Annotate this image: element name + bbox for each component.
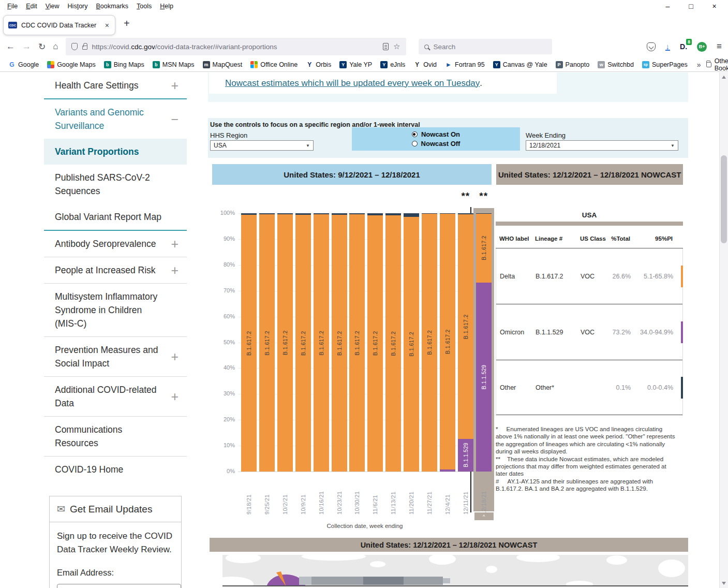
bar-segment-other[interactable] xyxy=(332,213,347,215)
bookmark-google-maps[interactable]: Google Maps xyxy=(43,60,99,70)
scrollbar-down-arrow-icon[interactable] xyxy=(722,582,726,585)
bookmarks-overflow-chevron-icon[interactable]: » xyxy=(692,61,706,69)
bar-segment-b-1-617-2[interactable]: B.1.617.2 xyxy=(422,214,437,472)
url-bar[interactable]: https://covid.cdc.gov/covid-data-tracker… xyxy=(66,38,406,55)
menu-view[interactable]: View xyxy=(41,1,64,12)
reader-mode-icon[interactable] xyxy=(383,43,389,50)
sidebar-item-covid-19-home[interactable]: COVID-19 Home xyxy=(44,457,187,482)
expand-plus-icon[interactable]: + xyxy=(171,263,179,277)
bar-segment-b-1-617-2[interactable]: B.1.617.2 xyxy=(241,215,257,472)
bar-segment-other[interactable] xyxy=(295,213,311,215)
bookmark-ejnls[interactable]: YeJnls xyxy=(376,60,409,70)
chart-scroll-up-button[interactable]: ^ xyxy=(474,512,494,520)
sidebar-item-prevention-measures-and-social-impact[interactable]: Prevention Measures and Social Impact+ xyxy=(44,337,187,376)
maximize-button[interactable]: □ xyxy=(679,0,703,14)
bookmark-bing-maps[interactable]: bBing Maps xyxy=(100,60,148,70)
bookmark-office-online[interactable]: Office Online xyxy=(246,60,302,70)
bookmark-msn-maps[interactable]: bMSN Maps xyxy=(148,60,199,70)
nowcast-updates-link[interactable]: Nowcast estimates which will be updated … xyxy=(225,78,480,89)
scrollbar-thumb[interactable] xyxy=(721,155,727,243)
nowcast-on-radio[interactable]: Nowcast On xyxy=(412,130,460,138)
sidebar-item-additional-covid-related-data[interactable]: Additional COVID-related Data+ xyxy=(44,377,187,416)
bookmark-fortran-95[interactable]: ►Fortran 95 xyxy=(441,60,489,70)
back-button[interactable]: ← xyxy=(6,41,15,52)
bar-segment-b-1-617-2[interactable]: B.1.617.2 xyxy=(367,215,383,472)
tracking-protection-icon[interactable] xyxy=(71,43,78,50)
bar-segment-b-1-617-2[interactable]: B.1.617.2 xyxy=(385,215,401,472)
bookmark-switchbd[interactable]: wSwitchbd xyxy=(593,60,638,70)
table-row-omicron[interactable]: OmicronB.1.1.529VOC73.2%34.0-94.9% xyxy=(496,304,682,360)
lock-icon[interactable] xyxy=(82,46,87,50)
sidebar-item-communications-resources[interactable]: Communications Resources xyxy=(44,417,187,456)
menu-file[interactable]: File xyxy=(3,1,22,12)
bar-segment-b-1-617-2[interactable]: B.1.617.2 xyxy=(277,214,293,472)
expand-plus-icon[interactable]: + xyxy=(171,237,179,251)
vertical-scrollbar[interactable] xyxy=(719,72,728,588)
menu-history[interactable]: History xyxy=(64,1,92,12)
menu-help[interactable]: Help xyxy=(156,1,177,12)
bar-segment-other[interactable] xyxy=(314,213,329,214)
download-icon[interactable]: ↓ xyxy=(665,43,671,51)
nowcast-off-radio[interactable]: Nowcast Off xyxy=(412,140,460,148)
bookmark-mapquest[interactable]: mMapQuest xyxy=(199,60,247,70)
menu-bookmarks[interactable]: Bookmarks xyxy=(92,1,133,12)
bar-segment-b-1-617-2[interactable]: B.1.617.2 xyxy=(314,214,329,472)
bar-segment-other[interactable] xyxy=(458,213,473,214)
bar-segment-other[interactable] xyxy=(404,213,419,217)
week-ending-select[interactable]: 12/18/2021 ▼ xyxy=(526,140,678,151)
new-tab-button[interactable]: + xyxy=(124,18,130,30)
bookmark-superpages[interactable]: spSuperPages xyxy=(638,60,692,70)
table-row-other[interactable]: OtherOther*0.1%0.0-0.4% xyxy=(496,360,682,415)
hhs-region-select[interactable]: USA ▼ xyxy=(210,140,314,151)
reload-button[interactable]: ↻ xyxy=(38,41,46,52)
collapse-minus-icon[interactable]: − xyxy=(171,112,179,126)
bookmark-canvas-yale[interactable]: YCanvas @ Yale xyxy=(489,60,552,70)
bookmark-google[interactable]: GGoogle xyxy=(4,60,43,70)
bar-segment-b-1-617-2[interactable]: B.1.617.2 xyxy=(476,214,492,283)
sidebar-item-variant-proportions[interactable]: Variant Proportions xyxy=(44,139,187,165)
search-bar[interactable]: Search xyxy=(419,39,552,54)
bookmark-yale-yp[interactable]: YYale YP xyxy=(335,60,376,70)
bar-segment-b-1-617-2[interactable]: B.1.617.2 xyxy=(404,217,419,472)
bar-segment-other[interactable] xyxy=(259,213,275,214)
extension-b-icon[interactable]: B+ xyxy=(697,42,707,52)
bar-segment-b-1-617-2[interactable]: B.1.617.2 xyxy=(349,214,365,472)
bookmark-panopto[interactable]: PPanopto xyxy=(552,60,594,70)
home-button[interactable]: ⌂ xyxy=(53,41,58,52)
bar-segment-other[interactable] xyxy=(422,213,437,214)
sidebar-item-people-at-increased-risk[interactable]: People at Increased Risk+ xyxy=(44,257,187,283)
table-row-delta[interactable]: DeltaB.1.617.2VOC26.6%5.1-65.8% xyxy=(496,248,682,304)
menu-tools[interactable]: Tools xyxy=(132,1,156,12)
bookmark-orbis[interactable]: YOrbis xyxy=(302,60,335,70)
bar-segment-other[interactable] xyxy=(241,213,257,215)
pocket-icon[interactable] xyxy=(647,42,656,51)
bar-segment-b-1-1-529[interactable]: B.1.1.529 xyxy=(458,439,473,472)
minimize-button[interactable]: – xyxy=(656,0,679,14)
menu-hamburger-icon[interactable]: ≡ xyxy=(717,41,722,52)
sidebar-item-antibody-seroprevalence[interactable]: Antibody Seroprevalence+ xyxy=(44,231,187,257)
bar-segment-other[interactable] xyxy=(440,213,455,214)
email-updates-header[interactable]: ✉ Get Email Updates xyxy=(50,496,181,522)
forward-button[interactable]: → xyxy=(22,41,31,52)
sidebar-item-variants-and-genomic-surveillance[interactable]: Variants and Genomic Surveillance− xyxy=(44,99,187,139)
bar-segment-b-1-617-2[interactable]: B.1.617.2 xyxy=(259,214,275,472)
bar-segment-b-1-617-2[interactable]: B.1.617.2 xyxy=(440,214,455,469)
bar-segment-other[interactable] xyxy=(385,213,401,215)
sidebar-item-published-sars-cov-2-sequences[interactable]: Published SARS-CoV-2 Sequences xyxy=(44,165,187,204)
bar-segment-other[interactable] xyxy=(277,213,293,214)
bar-segment-b-1-617-2[interactable]: B.1.617.2 xyxy=(295,215,311,472)
menu-edit[interactable]: Edit xyxy=(22,1,41,12)
expand-plus-icon[interactable]: + xyxy=(171,390,179,403)
bar-segment-b-1-617-2[interactable]: B.1.617.2 xyxy=(332,215,347,472)
tab-close-icon[interactable]: × xyxy=(104,21,110,30)
other-bookmarks-button[interactable]: Other Bookmarks xyxy=(706,57,728,72)
extension-d-icon[interactable]: D.8 xyxy=(680,42,687,51)
browser-tab[interactable]: CDC CDC COVID Data Tracker × xyxy=(3,15,115,35)
scrollbar-up-arrow-icon[interactable] xyxy=(722,76,726,79)
sidebar-item-global-variant-report-map[interactable]: Global Variant Report Map xyxy=(44,204,187,230)
bar-segment-b-1-617-2[interactable]: B.1.617.2 xyxy=(458,214,473,439)
bookmark-star-icon[interactable]: ☆ xyxy=(393,42,400,51)
bar-segment-b-1-1-529[interactable]: B.1.1.529 xyxy=(476,283,492,472)
bar-segment-b-1-1-529[interactable] xyxy=(440,469,455,472)
bar-segment-other[interactable] xyxy=(349,213,365,214)
